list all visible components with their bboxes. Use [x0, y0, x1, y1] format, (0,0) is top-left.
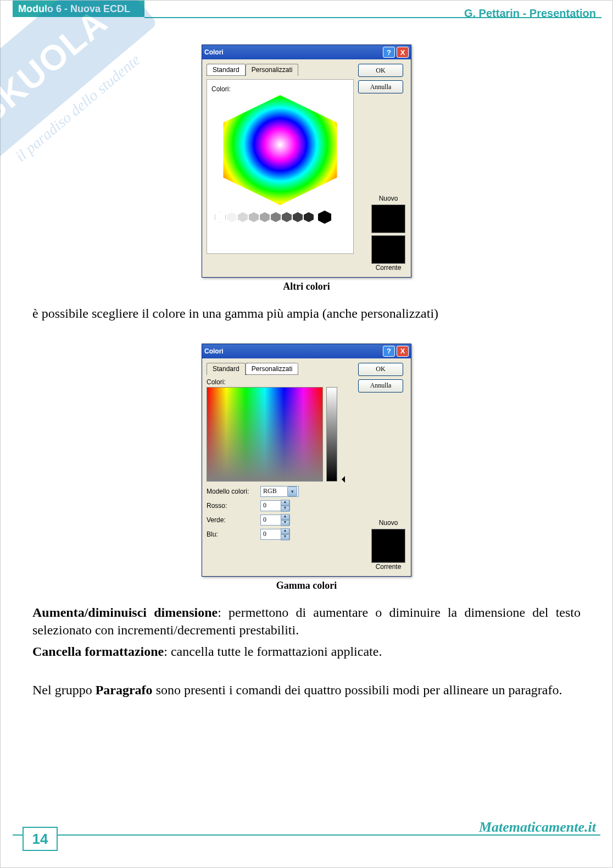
green-label: Verde:	[207, 516, 257, 524]
titlebar[interactable]: Colori ? X	[202, 45, 411, 59]
para-intro: è possibile scegliere il colore in una g…	[32, 305, 581, 322]
blue-spinner[interactable]: 0 ▲▼	[260, 529, 290, 540]
grayscale-row[interactable]	[215, 211, 349, 224]
para-clear: Cancella formattazione: cancella tutte l…	[32, 643, 581, 660]
colors-label: Colori:	[207, 378, 349, 386]
spin-down-icon[interactable]: ▼	[281, 520, 289, 526]
page-number: 14	[23, 827, 58, 851]
blue-label: Blu:	[207, 530, 257, 538]
cancel-button[interactable]: Annulla	[358, 80, 403, 93]
current-color-label: Corrente	[371, 264, 405, 272]
colors-dialog-custom: Colori ? X Standard Personalizzati OK An…	[202, 344, 411, 577]
footer-site: Matematicamente.it	[479, 819, 596, 836]
ok-button[interactable]: OK	[358, 363, 403, 376]
dialog-title: Colori	[204, 48, 224, 56]
gray-hex[interactable]	[271, 212, 281, 222]
tab-custom[interactable]: Personalizzati	[246, 363, 299, 375]
new-color-swatch	[371, 204, 405, 233]
new-current-swatch	[371, 529, 405, 563]
para-paragraph: Nel gruppo Paragrafo sono presenti i com…	[32, 681, 581, 699]
green-spinner[interactable]: 0 ▲▼	[260, 515, 290, 526]
close-icon[interactable]: X	[397, 47, 409, 58]
current-color-swatch	[371, 235, 405, 264]
hexagon-color-picker[interactable]	[217, 95, 343, 205]
figure-caption-2: Gamma colori	[32, 580, 581, 591]
tab-standard[interactable]: Standard	[207, 363, 246, 375]
para-size: Aumenta/diminuisci dimensione: permetton…	[32, 604, 581, 639]
gray-hex[interactable]	[293, 212, 303, 222]
gray-hex[interactable]	[260, 212, 270, 222]
color-model-value: RGB	[263, 487, 277, 495]
help-icon[interactable]: ?	[383, 47, 395, 58]
gray-hex[interactable]	[304, 212, 314, 222]
titlebar[interactable]: Colori ? X	[202, 344, 411, 358]
footer-rule	[13, 834, 600, 836]
dialog-title: Colori	[204, 347, 224, 355]
cancel-button[interactable]: Annulla	[358, 379, 403, 392]
gray-hex[interactable]	[249, 212, 259, 222]
current-color-label: Corrente	[371, 563, 405, 571]
red-label: Rosso:	[207, 502, 257, 510]
module-tab: Modulo 6 - Nuova ECDL	[13, 1, 144, 17]
page-footer: Matematicamente.it 14	[1, 819, 612, 858]
red-value: 0	[263, 501, 266, 510]
gray-hex[interactable]	[282, 212, 292, 222]
tab-standard[interactable]: Standard	[207, 64, 246, 76]
new-color-label: Nuovo	[371, 195, 405, 202]
spin-down-icon[interactable]: ▼	[281, 506, 289, 512]
help-icon[interactable]: ?	[383, 346, 395, 357]
color-model-label: Modello colori:	[207, 488, 257, 495]
author-label: G. Pettarin - Presentation	[464, 7, 596, 20]
spin-down-icon[interactable]: ▼	[281, 534, 289, 540]
tab-custom[interactable]: Personalizzati	[246, 64, 299, 76]
gray-hex[interactable]	[238, 212, 248, 222]
spin-up-icon[interactable]: ▲	[281, 514, 289, 520]
red-spinner[interactable]: 0 ▲▼	[260, 500, 290, 511]
selected-color-hex[interactable]	[318, 211, 331, 224]
luminance-arrow-icon[interactable]	[338, 476, 345, 483]
new-color-label: Nuovo	[371, 519, 405, 527]
gray-hex[interactable]	[215, 212, 226, 223]
luminance-slider[interactable]	[326, 387, 337, 482]
color-model-select[interactable]: RGB ▾	[260, 486, 299, 497]
close-icon[interactable]: X	[397, 346, 409, 357]
blue-value: 0	[263, 530, 266, 538]
ok-button[interactable]: OK	[358, 64, 403, 77]
green-value: 0	[263, 516, 266, 524]
figure-caption-1: Altri colori	[32, 281, 581, 292]
gradient-color-picker[interactable]	[207, 387, 323, 482]
spin-up-icon[interactable]: ▲	[281, 528, 289, 534]
colors-dialog-standard: Colori ? X Standard Personalizzati OK An…	[202, 45, 411, 278]
chevron-down-icon[interactable]: ▾	[287, 486, 297, 496]
page-header: Modulo 6 - Nuova ECDL G. Pettarin - Pres…	[1, 1, 612, 28]
spin-up-icon[interactable]: ▲	[281, 500, 289, 506]
colors-label: Colori:	[211, 85, 349, 93]
gray-hex[interactable]	[227, 212, 237, 222]
